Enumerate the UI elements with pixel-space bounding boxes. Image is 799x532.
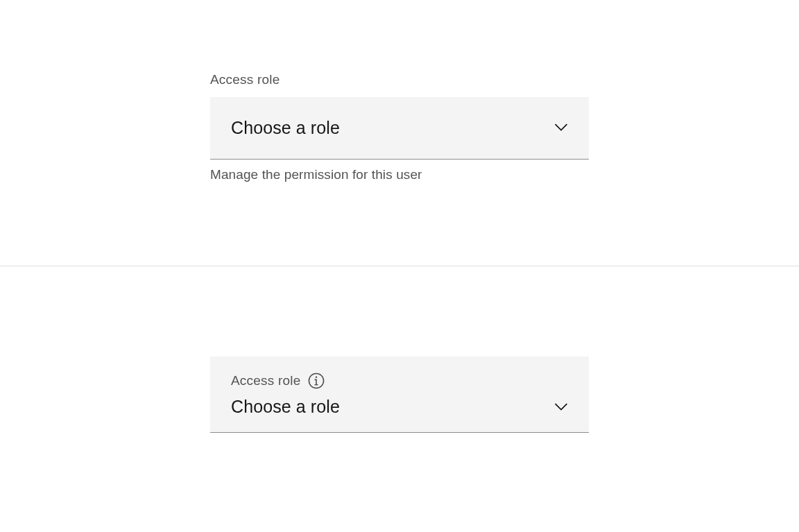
field-label: Access role — [210, 71, 589, 89]
info-icon[interactable] — [307, 372, 325, 390]
role-dropdown-fluid[interactable]: Access role Choose a role — [210, 357, 589, 433]
helper-text: Manage the permission for this user — [210, 167, 589, 182]
fluid-label-row: Access role — [231, 372, 568, 390]
chevron-down-icon — [554, 123, 568, 132]
chevron-down-icon — [554, 403, 568, 411]
dropdown-field-fluid: Access role Choose a role — [210, 357, 589, 433]
dropdown-placeholder: Choose a role — [231, 397, 340, 417]
dropdown-field-default: Access role Choose a role Manage the per… — [210, 71, 589, 182]
fluid-value-row: Choose a role — [231, 397, 568, 417]
section-divider — [0, 266, 799, 266]
field-label: Access role — [231, 373, 300, 388]
role-dropdown[interactable]: Choose a role — [210, 97, 589, 160]
dropdown-placeholder: Choose a role — [231, 118, 340, 138]
